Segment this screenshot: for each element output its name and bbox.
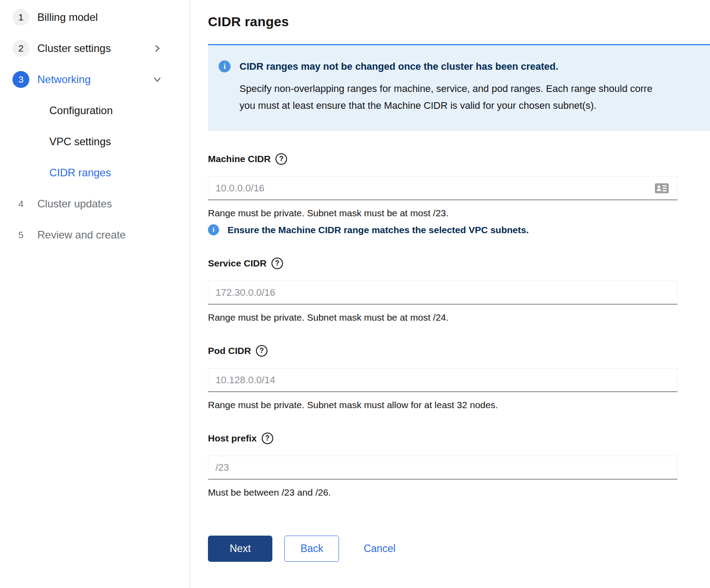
pod-cidr-input[interactable]: [208, 368, 678, 392]
page-title: CIDR ranges: [208, 14, 710, 29]
step-number-badge: 5: [12, 226, 29, 243]
step-number-badge: 4: [12, 195, 29, 212]
question-circle-icon[interactable]: ?: [262, 433, 273, 444]
service-cidr-group: Service CIDR ? Range must be private. Su…: [208, 258, 678, 323]
step-number-badge: 3: [12, 71, 29, 88]
host-prefix-input[interactable]: [208, 456, 678, 480]
step-number-badge: 2: [12, 40, 29, 57]
info-circle-icon: i: [208, 224, 219, 235]
wizard-nav: 1 Billing model 2 Cluster settings 3 Net…: [0, 0, 190, 588]
cidr-ranges-panel: CIDR ranges i CIDR ranges may not be cha…: [190, 0, 710, 588]
host-prefix-helper: Must be between /23 and /26.: [208, 487, 678, 498]
chevron-right-icon: [153, 44, 161, 52]
machine-cidr-note-text: Ensure the Machine CIDR range matches th…: [227, 225, 529, 235]
pod-cidr-label: Pod CIDR: [208, 346, 251, 356]
alert-body-line: you must at least ensure that the Machin…: [239, 97, 710, 114]
host-prefix-group: Host prefix ? Must be between /23 and /2…: [208, 433, 678, 498]
machine-cidr-note: i Ensure the Machine CIDR range matches …: [208, 224, 678, 235]
info-circle-icon: i: [219, 60, 231, 72]
wizard-footer: Next Back Cancel: [208, 536, 710, 580]
cancel-button[interactable]: Cancel: [359, 536, 400, 561]
info-alert-body: Specify non-overlapping ranges for machi…: [239, 80, 710, 114]
address-card-icon[interactable]: [655, 183, 669, 194]
machine-cidr-group: Machine CIDR ? Range must be private. Su…: [208, 153, 678, 235]
wizard-step-cluster-settings[interactable]: 2 Cluster settings: [12, 33, 190, 64]
wizard-step-cluster-updates[interactable]: 4 Cluster updates: [12, 188, 190, 219]
substep-label: Configuration: [49, 104, 113, 117]
back-button[interactable]: Back: [284, 536, 339, 562]
step-label: Billing model: [37, 11, 98, 24]
step-label: Networking: [37, 73, 91, 86]
machine-cidr-input[interactable]: [208, 176, 678, 200]
host-prefix-label: Host prefix: [208, 433, 257, 444]
service-cidr-helper: Range must be private. Subnet mask must …: [208, 312, 678, 323]
wizard-substep-configuration[interactable]: Configuration: [12, 95, 190, 126]
service-cidr-label: Service CIDR: [208, 258, 267, 269]
pod-cidr-group: Pod CIDR ? Range must be private. Subnet…: [208, 345, 678, 410]
next-button[interactable]: Next: [208, 536, 272, 562]
info-alert-title: CIDR ranges may not be changed once the …: [239, 61, 558, 72]
wizard-substep-cidr-ranges[interactable]: CIDR ranges: [12, 157, 190, 188]
substep-label: CIDR ranges: [49, 167, 111, 179]
question-circle-icon[interactable]: ?: [275, 153, 287, 165]
wizard-step-billing-model[interactable]: 1 Billing model: [12, 2, 190, 33]
alert-body-line: Specify non-overlapping ranges for machi…: [239, 80, 710, 97]
wizard-step-list: 1 Billing model 2 Cluster settings 3 Net…: [12, 2, 190, 250]
chevron-down-icon: [153, 75, 161, 83]
step-number-badge: 1: [12, 9, 29, 26]
question-circle-icon[interactable]: ?: [271, 258, 283, 269]
question-circle-icon[interactable]: ?: [256, 345, 267, 357]
wizard-step-review-create[interactable]: 5 Review and create: [12, 219, 190, 250]
info-alert: i CIDR ranges may not be changed once th…: [208, 44, 710, 131]
substep-label: VPC settings: [49, 135, 111, 148]
machine-cidr-label: Machine CIDR: [208, 154, 271, 164]
service-cidr-input[interactable]: [208, 281, 678, 305]
step-label: Cluster updates: [37, 198, 112, 210]
step-label: Cluster settings: [37, 42, 111, 55]
wizard-step-networking[interactable]: 3 Networking: [12, 64, 190, 95]
machine-cidr-helper: Range must be private. Subnet mask must …: [208, 208, 678, 219]
wizard-substep-vpc-settings[interactable]: VPC settings: [12, 126, 190, 157]
step-label: Review and create: [37, 229, 126, 241]
pod-cidr-helper: Range must be private. Subnet mask must …: [208, 400, 678, 410]
